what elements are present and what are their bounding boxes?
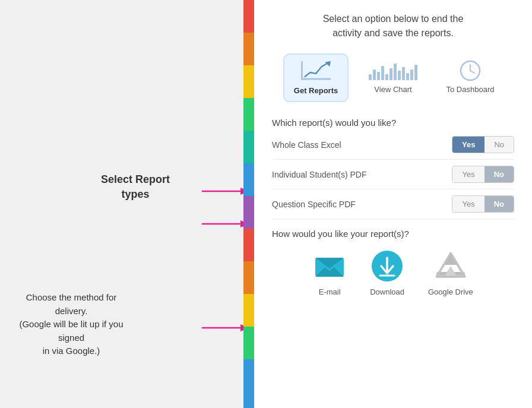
- reports-section-heading: Which report(s) would you like?: [272, 118, 514, 128]
- delivery-google-drive[interactable]: Google Drive: [428, 249, 473, 296]
- toggle-question-yes[interactable]: Yes: [452, 196, 484, 212]
- report-row-3: Question Specific PDF Yes No: [272, 195, 514, 219]
- svg-line-11: [470, 71, 474, 73]
- toggle-whole-class: Yes No: [452, 136, 514, 153]
- email-icon: [313, 249, 346, 283]
- arrow-select-report-2: [202, 217, 249, 231]
- toggle-individual-no[interactable]: No: [484, 166, 514, 182]
- toggle-individual-yes[interactable]: Yes: [452, 166, 484, 182]
- main-panel: Select an option below to end the activi…: [254, 0, 532, 408]
- tab-to-dashboard[interactable]: To Dashboard: [438, 53, 503, 102]
- view-chart-icon: [378, 59, 408, 82]
- arrow-delivery: [202, 321, 249, 335]
- tab-get-reports[interactable]: Get Reports: [283, 53, 349, 102]
- toggle-question-no[interactable]: No: [484, 196, 514, 212]
- toggle-question-specific: Yes No: [452, 195, 514, 213]
- annotation-delivery-method: Choose the method for delivery. (Google …: [12, 291, 131, 358]
- tab-view-chart[interactable]: View Chart: [360, 53, 426, 102]
- download-icon: [370, 249, 404, 283]
- delivery-email[interactable]: E-mail: [313, 249, 346, 296]
- sidebar-strip: [243, 0, 254, 408]
- google-drive-icon: [434, 249, 467, 283]
- annotation-select-report: Select Report types: [101, 172, 170, 202]
- panel-header: Select an option below to end the activi…: [272, 12, 514, 40]
- delivery-download[interactable]: Download: [370, 249, 404, 296]
- svg-marker-23: [445, 266, 457, 276]
- svg-rect-7: [301, 61, 303, 80]
- arrow-select-report-1: [202, 184, 249, 198]
- report-row-2: Individual Student(s) PDF Yes No: [272, 166, 514, 189]
- svg-rect-6: [301, 78, 331, 80]
- get-reports-icon: [301, 61, 331, 83]
- toggle-whole-class-no[interactable]: No: [484, 137, 514, 153]
- delivery-section-heading: How would you like your report(s)?: [272, 229, 514, 239]
- tab-row: Get Reports Vi: [272, 53, 514, 102]
- to-dashboard-icon: [455, 59, 485, 82]
- delivery-row: E-mail Download: [272, 249, 514, 296]
- toggle-individual: Yes No: [452, 166, 514, 183]
- report-row-1: Whole Class Excel Yes No: [272, 136, 514, 160]
- toggle-whole-class-yes[interactable]: Yes: [452, 137, 484, 153]
